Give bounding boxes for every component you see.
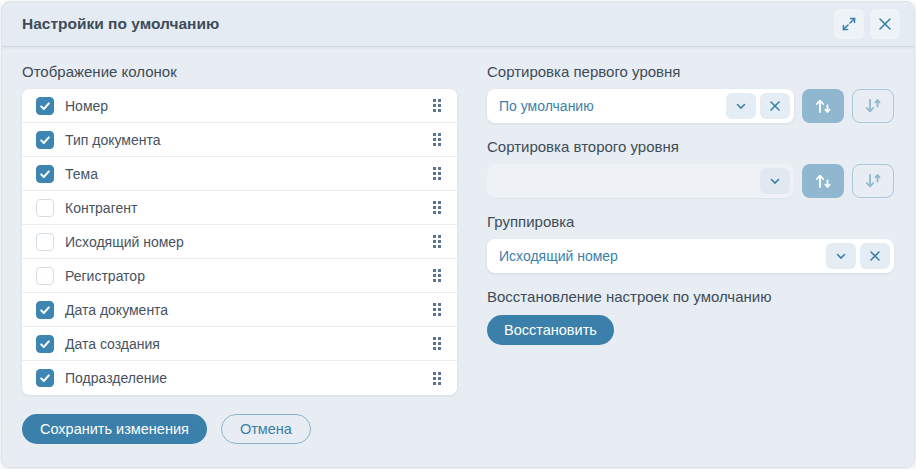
restore-button[interactable]: Восстановить	[487, 315, 614, 345]
drag-handle-icon[interactable]	[429, 95, 445, 116]
column-list-item: Подразделение	[22, 361, 457, 395]
column-label: Тема	[65, 166, 429, 182]
checkbox-box[interactable]	[36, 199, 54, 217]
drag-handle-icon[interactable]	[429, 129, 445, 150]
sort-descending-icon[interactable]	[852, 164, 894, 198]
checkmark-icon	[39, 304, 51, 316]
column-label: Контрагент	[65, 200, 429, 216]
column-label: Подразделение	[65, 370, 429, 386]
expand-icon[interactable]	[834, 9, 864, 39]
drag-handle-icon[interactable]	[429, 265, 445, 286]
drag-handle-icon[interactable]	[429, 368, 445, 389]
restore-section-title: Восстановление настроек по умолчанию	[487, 288, 894, 305]
checkbox-box[interactable]	[36, 97, 54, 115]
column-checkbox[interactable]	[36, 165, 54, 183]
column-label: Номер	[65, 98, 429, 114]
checkbox-box[interactable]	[36, 301, 54, 319]
checkbox-box[interactable]	[36, 165, 54, 183]
clear-x-icon[interactable]	[760, 93, 790, 119]
column-checkbox[interactable]	[36, 335, 54, 353]
sort-level-1-select[interactable]: По умолчанию	[487, 89, 794, 123]
column-checkbox[interactable]	[36, 131, 54, 149]
checkbox-box[interactable]	[36, 335, 54, 353]
checkmark-icon	[39, 338, 51, 350]
cancel-button[interactable]: Отмена	[221, 414, 311, 444]
save-button[interactable]: Сохранить изменения	[22, 414, 207, 444]
drag-handle-icon[interactable]	[429, 333, 445, 354]
column-label: Дата создания	[65, 336, 429, 352]
clear-x-icon[interactable]	[860, 243, 890, 269]
column-checkbox[interactable]	[36, 369, 54, 387]
column-checkbox[interactable]	[36, 97, 54, 115]
dialog-title: Настройки по умолчанию	[22, 15, 219, 33]
columns-section-title: Отображение колонок	[22, 63, 457, 80]
column-list-item: Регистратор	[22, 259, 457, 293]
checkmark-icon	[39, 372, 51, 384]
drag-handle-icon[interactable]	[429, 197, 445, 218]
chevron-down-icon[interactable]	[760, 168, 790, 194]
sort-ascending-icon[interactable]	[802, 89, 844, 123]
column-checkbox[interactable]	[36, 199, 54, 217]
checkmark-icon	[39, 134, 51, 146]
sort-ascending-icon[interactable]	[802, 164, 844, 198]
column-label: Дата документа	[65, 302, 429, 318]
sort-descending-icon[interactable]	[852, 89, 894, 123]
column-checkbox[interactable]	[36, 233, 54, 251]
columns-list: Номер Тип документа Тема	[22, 89, 457, 395]
column-list-item: Тип документа	[22, 123, 457, 157]
column-list-item: Контрагент	[22, 191, 457, 225]
column-checkbox[interactable]	[36, 301, 54, 319]
checkbox-box[interactable]	[36, 131, 54, 149]
grouping-select[interactable]: Исходящий номер	[487, 239, 894, 273]
checkbox-box[interactable]	[36, 369, 54, 387]
grouping-value: Исходящий номер	[499, 248, 822, 264]
column-checkbox[interactable]	[36, 267, 54, 285]
column-list-item: Дата документа	[22, 293, 457, 327]
sort-level-2-title: Сортировка второго уровня	[487, 138, 894, 155]
close-icon[interactable]	[870, 9, 900, 39]
column-label: Регистратор	[65, 268, 429, 284]
drag-handle-icon[interactable]	[429, 163, 445, 184]
sort-level-2-select[interactable]	[487, 164, 794, 198]
sort-level-1-title: Сортировка первого уровня	[487, 63, 894, 80]
column-list-item: Номер	[22, 89, 457, 123]
sort-level-1-value: По умолчанию	[499, 98, 722, 114]
column-list-item: Дата создания	[22, 327, 457, 361]
drag-handle-icon[interactable]	[429, 231, 445, 252]
chevron-down-icon[interactable]	[726, 93, 756, 119]
column-list-item: Тема	[22, 157, 457, 191]
drag-handle-icon[interactable]	[429, 299, 445, 320]
dialog-header: Настройки по умолчанию	[2, 2, 914, 47]
checkbox-box[interactable]	[36, 267, 54, 285]
chevron-down-icon[interactable]	[826, 243, 856, 269]
default-settings-dialog: Настройки по умолчанию Отображение колон…	[1, 1, 915, 468]
column-list-item: Исходящий номер	[22, 225, 457, 259]
checkmark-icon	[39, 168, 51, 180]
checkbox-box[interactable]	[36, 233, 54, 251]
column-label: Исходящий номер	[65, 234, 429, 250]
grouping-title: Группировка	[487, 213, 894, 230]
checkmark-icon	[39, 100, 51, 112]
column-label: Тип документа	[65, 132, 429, 148]
